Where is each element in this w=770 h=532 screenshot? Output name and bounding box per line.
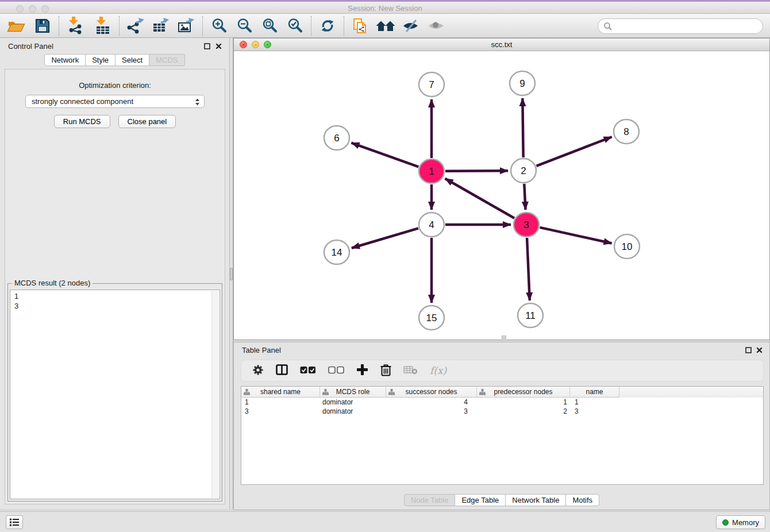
open-file-button[interactable] <box>5 15 28 37</box>
export-network-icon <box>126 18 145 34</box>
eye-icon <box>428 20 445 32</box>
close-panel-button-mcds[interactable]: Close panel <box>118 115 176 128</box>
split-columns-icon <box>276 364 288 375</box>
refresh-button[interactable] <box>316 15 339 37</box>
column-header-successor-nodes[interactable]: successor nodes <box>386 387 477 398</box>
toolbar-separator <box>311 16 311 36</box>
column-header-name[interactable]: name <box>570 387 619 398</box>
graph-node-10[interactable]: 10 <box>614 234 640 259</box>
zoom-selected-icon <box>287 18 303 33</box>
zoom-out-button[interactable] <box>233 15 256 37</box>
table-cell: 4 <box>386 398 477 407</box>
zoom-in-button[interactable] <box>207 15 230 37</box>
graph-node-4[interactable]: 4 <box>419 213 444 237</box>
home-layout-button[interactable] <box>374 15 397 37</box>
result-scrollbar[interactable] <box>211 291 219 498</box>
table-row[interactable]: 1dominator411 <box>241 398 763 407</box>
float-table-panel-button[interactable] <box>745 346 752 354</box>
mcds-tab-content: Optimization criterion: strongly connect… <box>5 69 225 504</box>
graph-node-2[interactable]: 2 <box>511 159 536 183</box>
network-view-window: × − + scc.txt 7968124314101511 <box>233 38 770 340</box>
tab-edge-table[interactable]: Edge Table <box>455 494 506 506</box>
home-houses-icon <box>376 19 395 33</box>
graph-node-9[interactable]: 9 <box>510 71 535 95</box>
graph-node-3[interactable]: 3 <box>514 213 539 237</box>
open-folder-icon <box>7 18 25 33</box>
titlebar: Session: New Session <box>0 0 770 14</box>
column-header-predecessor-nodes[interactable]: predecessor nodes <box>477 387 570 398</box>
graph-edge-3-to-10[interactable] <box>540 228 611 244</box>
hide-graphics-button[interactable] <box>399 15 422 37</box>
close-panel-button[interactable] <box>215 43 222 50</box>
deselect-all-button[interactable] <box>328 366 344 376</box>
show-panels-button[interactable] <box>6 515 23 529</box>
zoom-selected-button[interactable] <box>283 15 306 37</box>
export-network-button[interactable] <box>124 15 147 37</box>
graph-edge-2-to-3[interactable] <box>524 184 525 210</box>
delete-table-button[interactable] <box>403 365 418 376</box>
table-row[interactable]: 3dominator323 <box>241 407 763 416</box>
graph-edge-4-to-14[interactable] <box>352 228 418 248</box>
graph-node-label: 11 <box>525 310 536 321</box>
table-cell: 1 <box>570 398 619 407</box>
select-all-button[interactable] <box>300 366 316 376</box>
toolbar-separator <box>59 16 59 36</box>
vertical-splitter-grip[interactable] <box>230 268 233 280</box>
column-header-MCDS-role[interactable]: MCDS role <box>320 387 386 398</box>
graph-node-label: 10 <box>622 241 633 252</box>
column-header-shared-name[interactable]: shared name <box>241 387 320 398</box>
tab-node-table[interactable]: Node Table <box>404 494 456 506</box>
mcds-result-line: 3 <box>14 301 18 311</box>
horizontal-splitter-grip[interactable] <box>502 336 506 339</box>
graph-node-6[interactable]: 6 <box>324 126 349 150</box>
graph-node-1[interactable]: 1 <box>419 159 444 183</box>
tab-style[interactable]: Style <box>86 54 116 66</box>
refresh-icon <box>320 18 335 33</box>
function-builder-button[interactable]: f(x) <box>430 365 446 376</box>
optimization-criterion-select[interactable]: strongly connected component <box>25 95 205 108</box>
graph-edge-3-to-1[interactable] <box>445 179 515 218</box>
zoom-fit-button[interactable] <box>258 15 281 37</box>
split-table-button[interactable] <box>276 364 288 377</box>
graph-edge-2-to-8[interactable] <box>536 137 611 166</box>
graph-edge-1-to-2[interactable] <box>445 171 508 171</box>
graph-node-label: 6 <box>334 133 339 144</box>
export-image-button[interactable] <box>175 15 198 37</box>
search-input[interactable] <box>598 18 763 34</box>
table-toolbar: f(x) <box>241 360 764 381</box>
mcds-result-line: 1 <box>14 291 18 301</box>
show-graphics-button[interactable] <box>425 15 448 37</box>
run-mcds-button[interactable]: Run MCDS <box>54 115 110 128</box>
tab-network[interactable]: Network <box>44 54 86 66</box>
tab-mcds[interactable]: MCDS <box>149 54 184 66</box>
main-toolbar <box>0 14 770 38</box>
graph-node-label: 4 <box>429 219 434 230</box>
import-table-button[interactable] <box>91 15 114 37</box>
graph-node-label: 3 <box>523 219 529 230</box>
graph-node-14[interactable]: 14 <box>324 240 349 264</box>
mcds-result-area[interactable]: 13 <box>10 290 220 499</box>
tab-select[interactable]: Select <box>116 54 149 66</box>
table-cell: 3 <box>386 407 477 416</box>
import-network-button[interactable] <box>64 15 87 37</box>
graph-node-7[interactable]: 7 <box>419 72 444 97</box>
graph-node-8[interactable]: 8 <box>614 119 639 144</box>
mcds-result-box: MCDS result (2 nodes) 13 <box>7 283 222 502</box>
graph-edge-3-to-11[interactable] <box>527 238 530 300</box>
copy-style-button[interactable] <box>349 15 372 37</box>
delete-columns-button[interactable] <box>380 364 391 378</box>
graph-node-11[interactable]: 11 <box>518 303 543 327</box>
tab-network-table[interactable]: Network Table <box>506 494 566 506</box>
graph-edge-1-to-6[interactable] <box>351 143 418 167</box>
save-session-button[interactable] <box>31 15 54 37</box>
add-column-button[interactable] <box>356 364 368 377</box>
graph-edge-2-to-9[interactable] <box>522 98 523 157</box>
close-table-panel-button[interactable] <box>756 346 763 354</box>
tab-motifs[interactable]: Motifs <box>566 494 599 506</box>
export-table-button[interactable] <box>149 15 172 37</box>
memory-button[interactable]: Memory <box>716 515 765 529</box>
table-settings-button[interactable] <box>252 364 264 377</box>
graph-node-15[interactable]: 15 <box>419 306 444 330</box>
network-graph[interactable]: 7968124314101511 <box>234 51 769 340</box>
float-panel-button[interactable] <box>203 43 211 50</box>
